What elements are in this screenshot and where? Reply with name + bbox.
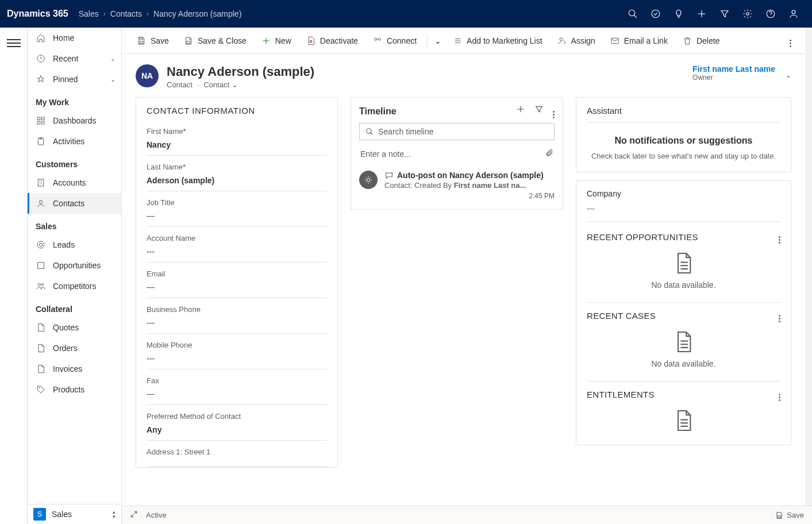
related-section: RECENT OPPORTUNITIES No data available. [576, 224, 791, 302]
sidebar-item-label: Home [53, 33, 74, 43]
breadcrumb-record[interactable]: Nancy Aderson (sample) [153, 9, 241, 18]
hamburger-rail [0, 28, 28, 524]
section-more-icon[interactable] [779, 230, 780, 244]
gear-icon[interactable] [736, 0, 759, 28]
connect-dropdown[interactable]: ⌄ [431, 33, 445, 49]
contact-field[interactable]: Address 1: Street 1 [136, 441, 337, 467]
page-title: Nancy Aderson (sample) [167, 64, 314, 79]
contact-field[interactable]: Preferred Method of ContactAny [136, 405, 337, 441]
contact-field[interactable]: Email--- [136, 263, 337, 298]
contact-field[interactable]: Business Phone--- [136, 298, 337, 334]
sidebar-item-leads[interactable]: Leads [28, 234, 121, 255]
hamburger-icon[interactable] [7, 37, 21, 524]
help-icon[interactable] [759, 0, 782, 28]
new-button[interactable]: New [255, 33, 298, 49]
save-button[interactable]: Save [130, 33, 176, 49]
sidebar-item-activities[interactable]: Activities [28, 131, 121, 152]
field-value: Aderson (sample) [147, 171, 327, 191]
owner-field[interactable]: First name Last name Owner [692, 64, 775, 82]
timeline-filter-icon[interactable] [534, 105, 544, 118]
sidebar-item-quotes[interactable]: Quotes [28, 317, 121, 338]
area-switcher[interactable]: S Sales ▴▾ [28, 504, 121, 524]
deactivate-button[interactable]: Deactivate [299, 33, 365, 49]
svg-point-7 [792, 10, 795, 14]
assistant-sub: Check back later to see what's new and s… [587, 152, 780, 160]
sidebar-item-orders[interactable]: Orders [28, 338, 121, 359]
lightbulb-icon[interactable] [667, 0, 690, 28]
svg-rect-22 [140, 37, 143, 39]
field-label: Email [147, 263, 327, 278]
chevron-down-icon: ⌄ [110, 76, 116, 83]
contact-info-panel: CONTACT INFORMATION First Name*NancyLast… [136, 97, 338, 468]
section-more-icon[interactable] [779, 387, 780, 401]
field-value: --- [147, 385, 327, 405]
breadcrumb-area[interactable]: Sales [79, 9, 99, 18]
svg-point-17 [39, 243, 42, 246]
header-expand-icon[interactable]: ⌄ [786, 64, 791, 79]
sidebar-group-customers: Customers [28, 152, 121, 172]
search-icon[interactable] [621, 0, 644, 28]
sidebar-item-products[interactable]: Products [28, 379, 121, 400]
save-close-button[interactable]: Save & Close [177, 33, 253, 49]
contact-field[interactable]: Mobile Phone--- [136, 334, 337, 369]
empty-text: No data available. [651, 359, 715, 368]
breadcrumb-entity[interactable]: Contacts [110, 9, 142, 18]
sidebar-item-invoices[interactable]: Invoices [28, 359, 121, 379]
field-label: First Name* [147, 120, 327, 136]
vertical-scrollbar[interactable] [805, 28, 812, 524]
sidebar-item-dashboards[interactable]: Dashboards [28, 110, 121, 131]
breadcrumb: Sales › Contacts › Nancy Aderson (sample… [79, 9, 242, 18]
form-selector[interactable]: Contact ⌄ [203, 80, 237, 89]
sidebar-item-contacts[interactable]: Contacts [28, 193, 121, 214]
plus-icon [261, 36, 271, 45]
sidebar-item-home[interactable]: Home [28, 28, 121, 48]
assign-button[interactable]: Assign [551, 33, 602, 49]
autopost-icon [359, 171, 378, 189]
contact-field[interactable]: Job Title--- [136, 191, 337, 227]
filter-icon[interactable] [713, 0, 736, 28]
brand-label: Dynamics 365 [7, 9, 68, 19]
email-link-button[interactable]: Email a Link [603, 33, 675, 49]
timeline-entry[interactable]: Auto-post on Nancy Aderson (sample) Cont… [351, 166, 563, 209]
sidebar-item-label: Pinned [53, 75, 78, 84]
person-icon[interactable] [782, 0, 805, 28]
sidebar-item-label: Activities [53, 137, 84, 146]
svg-rect-12 [41, 121, 44, 124]
timeline-search-placeholder: Search timeline [378, 127, 434, 136]
status-save-button[interactable]: Save [775, 511, 804, 519]
svg-rect-14 [38, 179, 43, 186]
chevron-down-icon: ⌄ [232, 80, 238, 89]
expand-icon[interactable] [130, 510, 138, 520]
delete-button[interactable]: Delete [676, 33, 726, 49]
timeline-more-icon[interactable] [553, 105, 555, 118]
add-icon[interactable] [690, 0, 713, 28]
timeline-note-input[interactable]: Enter a note... [359, 146, 555, 161]
svg-rect-11 [37, 121, 40, 124]
command-overflow[interactable] [784, 30, 797, 51]
section-more-icon[interactable] [779, 309, 780, 322]
connect-icon [373, 36, 382, 45]
chevron-down-icon: ⌄ [434, 36, 441, 45]
attachment-icon[interactable] [545, 148, 553, 159]
home-icon [36, 33, 46, 43]
sidebar-item-accounts[interactable]: Accounts [28, 172, 121, 193]
svg-point-2 [652, 10, 660, 18]
sidebar-item-recent[interactable]: Recent ⌄ [28, 48, 121, 69]
task-icon[interactable] [644, 0, 667, 28]
svg-point-16 [37, 241, 44, 248]
sidebar-item-pinned[interactable]: Pinned ⌄ [28, 69, 121, 90]
company-value[interactable]: --- [587, 198, 780, 222]
sidebar-item-opportunities[interactable]: Opportunities [28, 255, 121, 276]
svg-point-21 [39, 388, 40, 388]
contact-field[interactable]: Account Name--- [136, 227, 337, 263]
sidebar-item-label: Invoices [53, 364, 82, 373]
add-marketing-button[interactable]: Add to Marketing List [446, 33, 549, 49]
sidebar-item-competitors[interactable]: Competitors [28, 276, 121, 296]
contact-field[interactable]: First Name*Nancy [136, 120, 337, 156]
contact-field[interactable]: Last Name*Aderson (sample) [136, 156, 337, 191]
timeline-search[interactable]: Search timeline [359, 123, 555, 140]
connect-button[interactable]: Connect [366, 33, 424, 49]
contact-field[interactable]: Fax--- [136, 369, 337, 405]
timeline-add-icon[interactable] [516, 105, 525, 118]
owner-label: Owner [692, 74, 775, 82]
